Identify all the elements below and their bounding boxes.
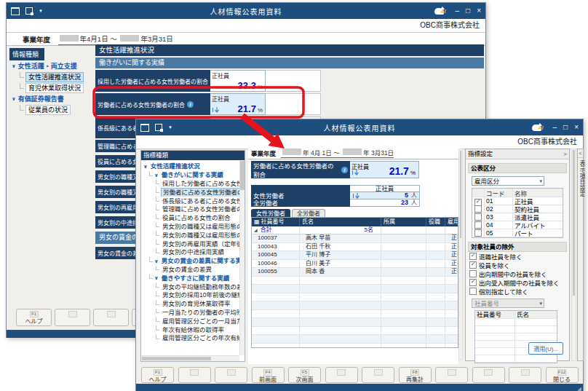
table-row[interactable]: 100046 白川 美子 正社員	[252, 260, 458, 269]
tree-item[interactable]: ∨ 働きやすさに関する実績	[141, 274, 245, 283]
display-item-settings-tab[interactable]: < 表示項目設定	[577, 149, 584, 361]
function-key-button[interactable]	[215, 367, 247, 383]
tree-item[interactable]: ∨ 男女別の職種又は雇用形態の転換実績1	[141, 223, 245, 232]
sidebar-tree-item[interactable]: ∨ 従業員の状況	[9, 104, 92, 115]
function-key-button[interactable]: F4 前画面	[252, 367, 285, 383]
checkbox[interactable]	[474, 205, 482, 213]
tree-vertical-scrollbar[interactable]	[239, 160, 245, 355]
tree-item[interactable]: ∨ 雇用管理区分ごとの年次有給休暇の取得率	[141, 334, 245, 343]
sidebar-tree-item[interactable]: ∨ 女性活躍・両立支援	[9, 60, 92, 71]
fiscal-year-range[interactable]: 年4月1日 ～ 年3月31日	[58, 33, 173, 45]
function-key-button[interactable]	[178, 367, 211, 383]
table-row-empty[interactable]	[252, 335, 458, 344]
function-key-button[interactable]	[93, 309, 129, 326]
tree-item[interactable]: ∨ 働きがいに関する実績	[141, 171, 245, 180]
sidebar-tree-item[interactable]: ∨ 有価証券報告書	[9, 93, 92, 104]
tree-item[interactable]: ∨ 男女別の育児休業取得率	[141, 300, 245, 309]
table-row[interactable]: 100055 岡本 香 正社員	[252, 268, 458, 277]
function-key-button[interactable]	[362, 367, 394, 383]
checkbox[interactable]	[469, 288, 477, 295]
tree-item[interactable]: ∨ 女性活躍推進状況	[141, 162, 245, 171]
titlebar[interactable]: ▼ 人材情報公表用資料 AI – □ ×	[136, 119, 583, 135]
settings-scrollbar[interactable]	[571, 149, 576, 361]
tree-item[interactable]: ∨ 男女別の採用10年前後の継続雇用割合	[141, 291, 245, 300]
maximize-button[interactable]: □	[466, 7, 470, 15]
minimize-button[interactable]: –	[456, 7, 460, 15]
tree-item[interactable]: ∨ 採用した労働者に占める女性労働者の割合	[141, 180, 245, 189]
maximize-button[interactable]: □	[563, 124, 568, 131]
checkbox[interactable]	[469, 279, 477, 286]
function-key-button[interactable]: F8 再集計	[399, 367, 432, 383]
scrollbar-thumb[interactable]	[240, 161, 245, 190]
titlebar[interactable]: ▼ 人材情報公表用資料 AI – □ ×	[7, 3, 485, 19]
fiscal-year-range[interactable]: 年 4月 1日 ～ 年 3月31日	[281, 148, 394, 158]
tree-horizontal-scrollbar[interactable]	[141, 355, 239, 361]
window-icon[interactable]	[11, 7, 20, 15]
table-row-empty[interactable]	[252, 285, 458, 293]
table-row-empty[interactable]	[252, 310, 458, 319]
exclusion-check-row[interactable]: 役員を除く	[466, 261, 569, 269]
scrollbar-thumb[interactable]	[142, 357, 211, 360]
checkbox[interactable]	[474, 229, 482, 237]
tree-item[interactable]: ∨ 係長級にある者に占める女性労働者の割合	[141, 197, 245, 205]
collapse-triangle-icon[interactable]: ◢	[254, 228, 258, 232]
exclusion-check-row[interactable]: 出向受入期間中の社員を除く	[466, 278, 569, 287]
function-key-button[interactable]	[55, 309, 90, 326]
tree-item[interactable]: ∨ 役員に占める女性の割合	[141, 214, 245, 223]
grid-select-icon[interactable]: ▦	[254, 218, 260, 225]
function-key-button[interactable]: F1 ヘルプ	[141, 367, 174, 383]
table-row-empty[interactable]	[252, 344, 458, 349]
indicator-row[interactable]: 採用した労働者に占める女性労働者の割合 正社員 33.3 %	[95, 70, 484, 92]
document-icon[interactable]	[155, 124, 162, 131]
table-row[interactable]: 100043 石田 千秋 正社員	[252, 243, 458, 252]
checkbox[interactable]	[469, 270, 477, 277]
tree-item[interactable]: ∨ 年次有給休暇の取得率	[141, 325, 245, 334]
table-row[interactable]: 100045 平川 博子 正社員	[252, 251, 458, 260]
option-row[interactable]: 05 パート	[472, 229, 563, 237]
tree-item[interactable]: ∨ 男女の賃金の差異に関する実績	[141, 257, 245, 266]
employee-grid[interactable]: ▦社員番号 氏名 所属 役職 雇用区分 ◢合計 5名 100037 高木 早苗	[251, 217, 458, 348]
exclusion-key-dropdown[interactable]: 社員番号 ▾	[472, 299, 544, 308]
function-key-button[interactable]: F1 ヘルプ	[16, 309, 52, 326]
detail-vertical-scrollbar[interactable]	[458, 149, 463, 360]
info-icon[interactable]	[341, 167, 348, 173]
sidebar-tree-item[interactable]: ∨ 女性活躍推進状況	[9, 71, 92, 82]
table-row-empty[interactable]	[252, 327, 458, 336]
tree-item[interactable]: ∨ 男女の賃金の差異	[141, 266, 245, 275]
table-row-empty[interactable]	[252, 277, 458, 285]
tree-item[interactable]: ∨ 男女別の再雇用実績（定年後再雇用を除く）	[141, 240, 245, 248]
column-header[interactable]: 雇用区分	[445, 218, 458, 226]
scrollbar-thumb[interactable]	[573, 150, 575, 296]
tree-item[interactable]: ∨ 労働者に占める女性労働者の割合	[141, 188, 245, 197]
exclusion-check-row[interactable]: 個別指定して除く	[466, 287, 569, 296]
tree-item[interactable]: ∨ 男女の平均継続勤務年数の差異	[141, 283, 245, 291]
tree-item[interactable]: ∨ 男女別の職種又は雇用形態の転換実績2	[141, 231, 245, 240]
expand-panel-icon[interactable]: <	[578, 149, 583, 158]
window-icon[interactable]	[140, 124, 149, 132]
table-row-empty[interactable]	[252, 293, 458, 302]
function-key-button[interactable]	[472, 367, 505, 383]
document-icon[interactable]	[25, 7, 33, 15]
close-button[interactable]: ×	[574, 124, 579, 131]
exclusion-check-row[interactable]: 出向期間中の社員を除く	[466, 269, 569, 278]
function-key-button[interactable]	[435, 367, 468, 383]
function-key-button[interactable]: F12 閉じる	[546, 367, 579, 383]
checkbox[interactable]	[474, 221, 482, 229]
column-header[interactable]: 氏名	[300, 218, 381, 226]
column-header[interactable]: 役職	[426, 218, 445, 226]
close-button[interactable]: ×	[477, 7, 481, 15]
tree-item[interactable]: ∨ 管理職に占める女性労働者の割合	[141, 205, 245, 214]
indicator-row[interactable]: 労働者に占める女性労働者の割合 正社員 21.7 %	[95, 93, 484, 115]
function-key-button[interactable]: F5 次画面	[288, 367, 321, 383]
info-icon[interactable]	[187, 101, 194, 108]
function-key-button[interactable]	[325, 367, 358, 383]
tree-item[interactable]: ∨ 雇用管理区分ごとの一月当たりの労働者の平	[141, 317, 245, 325]
exclusion-check-row[interactable]: 退職社員を除く	[466, 252, 569, 261]
table-row-empty[interactable]	[252, 318, 458, 327]
checkbox[interactable]	[469, 261, 477, 269]
minimize-button[interactable]: –	[553, 124, 557, 131]
apply-button[interactable]: 適用(U)...	[528, 342, 563, 355]
table-row[interactable]: 100037 高木 早苗 正社員	[252, 234, 458, 243]
chevron-down-icon[interactable]: ▼	[168, 125, 172, 130]
chevron-down-icon[interactable]: ▼	[39, 9, 43, 13]
